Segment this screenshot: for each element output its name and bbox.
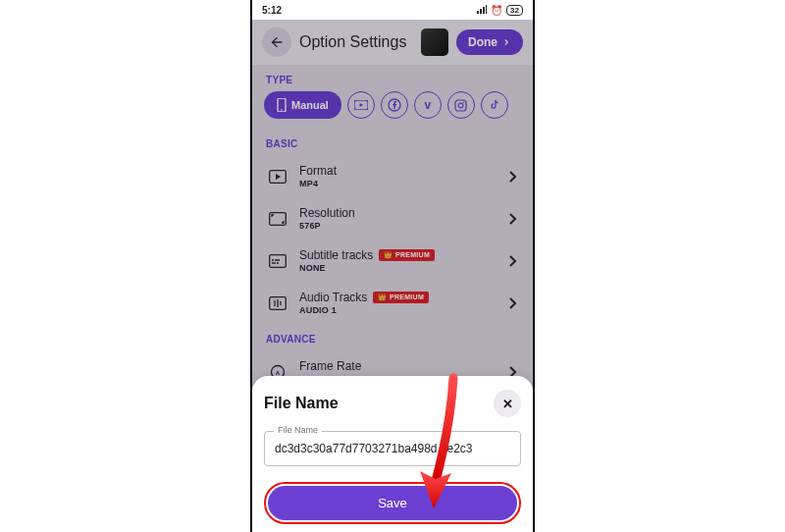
section-label-advance: ADVANCE (252, 324, 533, 350)
chevron-right-icon (507, 254, 517, 268)
svg-point-6 (463, 101, 464, 102)
status-time: 5:12 (262, 5, 282, 16)
audio-value: AUDIO 1 (299, 305, 496, 315)
row-audio-tracks[interactable]: Audio Tracks 👑 PREMIUM AUDIO 1 (252, 282, 533, 324)
svg-point-5 (459, 103, 464, 108)
type-option-facebook[interactable] (381, 91, 408, 119)
battery-icon: 32 (506, 5, 523, 16)
file-name-field-wrap: File Name (264, 431, 521, 466)
subtitle-value: NONE (299, 263, 496, 273)
subtitle-title: Subtitle tracks (299, 248, 373, 262)
signal-icon (477, 5, 487, 15)
play-file-icon (269, 170, 287, 184)
chevron-right-icon (507, 296, 517, 310)
youtube-icon (354, 100, 368, 110)
instagram-icon (454, 99, 467, 112)
back-button[interactable] (262, 27, 291, 57)
svg-text:A: A (276, 369, 281, 375)
sheet-title: File Name (264, 395, 339, 412)
resolution-title: Resolution (299, 206, 496, 220)
row-format[interactable]: Format MP4 (252, 155, 533, 197)
framerate-title: Frame Rate (299, 359, 496, 373)
phone-icon (277, 98, 287, 112)
alarm-icon: ⏰ (491, 5, 502, 16)
premium-badge: 👑 PREMIUM (379, 249, 435, 261)
media-thumbnail[interactable] (421, 28, 448, 56)
close-button[interactable]: ✕ (494, 390, 521, 417)
svg-point-1 (281, 109, 283, 111)
section-label-type: TYPE (252, 65, 533, 91)
status-icons: ⏰ 32 (477, 5, 523, 16)
subtitle-icon (269, 254, 287, 268)
page-title: Option Settings (299, 33, 413, 51)
type-option-manual[interactable]: Manual (264, 91, 341, 119)
done-label: Done (468, 35, 497, 49)
screen-header: Option Settings Done (252, 20, 533, 65)
resolution-value: 576P (299, 221, 496, 231)
chevron-right-icon (507, 212, 517, 226)
row-resolution[interactable]: Resolution 576P (252, 197, 533, 239)
basic-list: Format MP4 Resolution 576P Subtitle trac… (252, 155, 533, 324)
done-button[interactable]: Done (456, 29, 523, 55)
file-name-input[interactable] (264, 431, 521, 466)
vimeo-icon: v (425, 98, 432, 112)
audio-title: Audio Tracks (299, 291, 367, 304)
format-title: Format (299, 164, 496, 178)
file-name-sheet: File Name ✕ File Name Save (252, 376, 533, 532)
section-label-basic: BASIC (252, 129, 533, 155)
facebook-icon (388, 98, 401, 112)
type-option-tiktok[interactable] (481, 91, 508, 119)
arrow-left-icon (269, 34, 285, 50)
field-label: File Name (274, 425, 322, 435)
tiktok-icon (489, 99, 500, 111)
type-option-vimeo[interactable]: v (414, 91, 442, 119)
status-bar: 5:12 ⏰ 32 (252, 0, 533, 20)
type-row: Manual v (252, 91, 533, 129)
premium-badge: 👑 PREMIUM (373, 292, 429, 303)
svg-rect-4 (455, 100, 466, 111)
chevron-right-icon (507, 170, 517, 184)
save-highlight: Save (264, 482, 521, 524)
type-option-instagram[interactable] (447, 91, 475, 119)
chevron-right-icon (501, 37, 511, 47)
resolution-icon (269, 212, 287, 226)
svg-rect-9 (270, 254, 287, 267)
audio-icon (269, 296, 287, 310)
save-button[interactable]: Save (268, 486, 517, 520)
format-value: MP4 (299, 179, 496, 188)
close-icon: ✕ (502, 397, 513, 411)
type-manual-label: Manual (291, 99, 329, 111)
type-option-youtube[interactable] (347, 91, 375, 119)
row-subtitle-tracks[interactable]: Subtitle tracks 👑 PREMIUM NONE (252, 239, 533, 282)
